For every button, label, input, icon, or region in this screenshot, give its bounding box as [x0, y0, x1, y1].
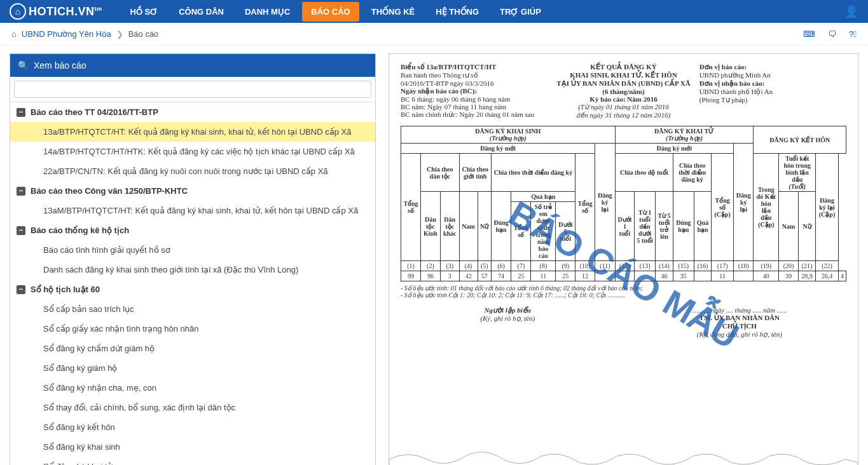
report-tree[interactable]: −Báo cáo theo TT 04/2016/TT-BTP13a/BTP/H…: [10, 102, 375, 465]
report-list-panel: 🔍 Xem báo cáo −Báo cáo theo TT 04/2016/T…: [10, 53, 376, 465]
tree-item[interactable]: Sổ thay đổi, cải chính, bổ sung, xác địn…: [10, 398, 375, 417]
collapse-icon: −: [17, 226, 25, 235]
tree-item[interactable]: Danh sách đăng ký khai sinh theo giới tí…: [10, 260, 375, 280]
tree-group[interactable]: −Báo cáo theo TT 04/2016/TT-BTP: [10, 102, 375, 122]
help-icon[interactable]: ?⃝: [849, 29, 857, 39]
report-header-right: Đơn vị báo cáo: UBND phường Minh An Đơn …: [699, 63, 846, 119]
collapse-icon: −: [17, 108, 25, 117]
nav-item-hệ-thống[interactable]: HỆ THỐNG: [427, 2, 488, 22]
top-nav: ⌂ HOTICH.VNtm HỒ SƠCÔNG DÂNDANH MỤCBÁO C…: [0, 0, 868, 23]
breadcrumb-bar: ⌂ UBND Phường Yên Hòa ❯ Báo cáo ⌨ 🗨 ?⃝: [0, 23, 868, 46]
report-header-left: Biểu số 13a/BTP/HTQTCT/HT Ban hành theo …: [401, 63, 548, 119]
tree-item[interactable]: 22a/BTP/CN/TN: Kết quả đăng ký nuôi con …: [10, 161, 375, 181]
tree-item[interactable]: Sổ cấp giấy xác nhận tình trạng hôn nhân: [10, 319, 375, 339]
tree-item[interactable]: Sổ đăng ký kết hôn: [10, 417, 375, 437]
user-icon[interactable]: 👤: [844, 4, 858, 18]
notification-icon[interactable]: 🗨: [828, 29, 836, 39]
tree-item[interactable]: Sổ đăng ký nhận cha, mẹ, con: [10, 378, 375, 398]
tree-group[interactable]: −Báo cáo thống kê hộ tịch: [10, 220, 375, 240]
tree-item[interactable]: 13a/BTP/HTQTCT/HT: Kết quả đăng ký khai …: [10, 122, 375, 142]
nav-item-công-dân[interactable]: CÔNG DÂN: [170, 2, 233, 22]
torn-edge: [389, 447, 858, 465]
tree-item[interactable]: Sổ đăng ký chấm dứt giám hộ: [10, 339, 375, 358]
report-header-center: KẾT QUẢ ĐĂNG KÝ KHAI SINH, KHAI TỬ, KẾT …: [550, 63, 697, 119]
search-icon: 🔍: [18, 60, 29, 71]
search-input[interactable]: [14, 81, 371, 98]
keyboard-icon[interactable]: ⌨: [803, 29, 815, 39]
tree-group[interactable]: −Sổ hộ tịch luật 60: [10, 280, 375, 299]
toolbar-icons: ⌨ 🗨 ?⃝: [803, 29, 857, 39]
report-signatures: Người lập biểu (Ký, ghi rõ họ, tên) ....…: [401, 306, 846, 339]
nav-item-trợ-giúp[interactable]: TRỢ GIÚP: [491, 2, 550, 22]
tree-item[interactable]: Sổ đăng ký khai tử: [10, 457, 375, 465]
panel-header: 🔍 Xem báo cáo: [10, 54, 375, 77]
collapse-icon: −: [17, 285, 25, 294]
tree-group[interactable]: −Báo cáo theo Công văn 1250/BTP-KHTC: [10, 181, 375, 201]
tree-item[interactable]: Báo cáo tình hình giải quyết hồ sơ: [10, 240, 375, 260]
report-header: Biểu số 13a/BTP/HTQTCT/HT Ban hành theo …: [401, 63, 846, 119]
collapse-icon: −: [17, 187, 25, 196]
nav-item-hồ-sơ[interactable]: HỒ SƠ: [121, 2, 167, 22]
tree-item[interactable]: Sổ cấp bản sao trích lục: [10, 299, 375, 319]
tree-item[interactable]: Sổ đăng ký giám hộ: [10, 358, 375, 378]
tree-item[interactable]: Sổ đăng ký khai sinh: [10, 437, 375, 457]
home-icon: ⌂: [10, 3, 26, 20]
breadcrumb: ⌂ UBND Phường Yên Hòa ❯ Báo cáo: [11, 29, 158, 39]
nav-item-thống-kê[interactable]: THỐNG KÊ: [362, 2, 424, 22]
nav-item-danh-mục[interactable]: DANH MỤC: [236, 2, 299, 22]
chevron-right-icon: ❯: [116, 29, 123, 39]
logo-text: HOTICH.VNtm: [29, 5, 102, 18]
nav-item-báo-cáo[interactable]: BÁO CÁO: [302, 2, 359, 22]
breadcrumb-unit[interactable]: UBND Phường Yên Hòa: [22, 29, 111, 39]
home-icon[interactable]: ⌂: [11, 29, 17, 39]
breadcrumb-current: Báo cáo: [128, 29, 159, 39]
search-box: [10, 77, 375, 102]
report-preview: Biểu số 13a/BTP/HTQTCT/HT Ban hành theo …: [389, 53, 858, 465]
panel-header-text: Xem báo cáo: [34, 60, 86, 71]
tree-item[interactable]: 14a/BTP/HTQTCT/HT/HTK: Kết quả đăng ký c…: [10, 142, 375, 161]
tree-item[interactable]: 13aM/BTP/HTQTCT/HT: Kết quả đăng ký khai…: [10, 201, 375, 220]
main: 🔍 Xem báo cáo −Báo cáo theo TT 04/2016/T…: [0, 46, 868, 465]
nav-items: HỒ SƠCÔNG DÂNDANH MỤCBÁO CÁOTHỐNG KÊHỆ T…: [121, 2, 550, 22]
logo[interactable]: ⌂ HOTICH.VNtm: [10, 3, 102, 20]
